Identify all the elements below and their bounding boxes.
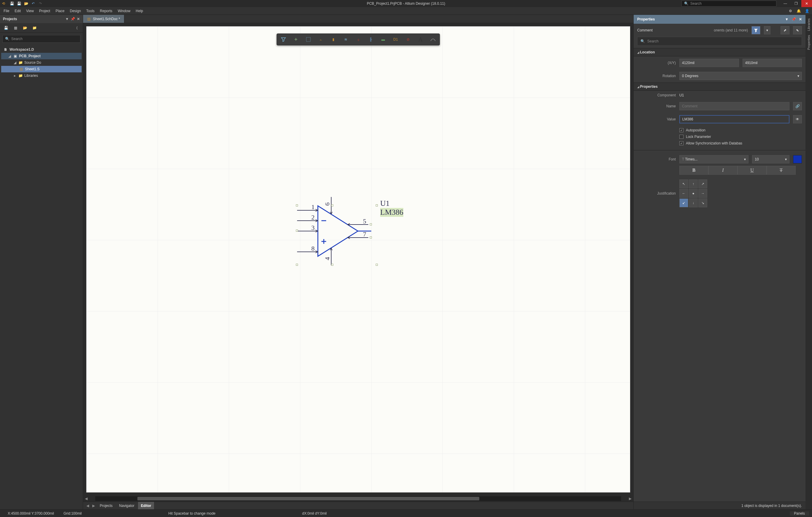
panel-dropdown-icon[interactable]: ▼: [785, 17, 788, 21]
expand-icon[interactable]: ▸: [13, 73, 17, 78]
allow-sync-checkbox[interactable]: ✓Allow Synchronization with Databas: [679, 141, 742, 145]
justify-t[interactable]: ↑: [689, 179, 698, 188]
place-bus-icon[interactable]: ╟: [367, 36, 374, 43]
user-icon[interactable]: 👤: [803, 9, 811, 13]
menu-place[interactable]: Place: [53, 7, 67, 14]
dock-tab-libraries[interactable]: Libraries: [806, 17, 811, 33]
selection-handle[interactable]: [331, 204, 333, 207]
filter-funnel-button[interactable]: [751, 26, 760, 34]
move-icon[interactable]: ✛: [292, 36, 299, 43]
justify-tl[interactable]: ↖: [679, 179, 688, 188]
designator-label[interactable]: U1: [380, 199, 390, 208]
tab-navigator[interactable]: Navigator: [116, 502, 137, 509]
place-directive-icon[interactable]: D1: [392, 36, 399, 43]
expand-icon[interactable]: ◢: [13, 61, 17, 65]
panel-pin-icon[interactable]: 📌: [70, 17, 75, 21]
document-tab[interactable]: ▤ Sheet1.SchDoc *: [83, 15, 124, 23]
font-color-swatch[interactable]: [793, 155, 802, 163]
lock-parameter-checkbox[interactable]: Lock Parameter: [679, 135, 711, 139]
selection-handle[interactable]: [370, 236, 372, 239]
value-input[interactable]: [679, 115, 789, 123]
justify-b[interactable]: ↓: [689, 199, 698, 207]
save-icon[interactable]: 💾: [9, 1, 15, 6]
location-y-input[interactable]: [743, 59, 802, 67]
place-noerc-icon[interactable]: ⊘: [405, 36, 412, 43]
panels-button[interactable]: Panels: [790, 511, 809, 516]
bold-button[interactable]: B: [679, 166, 708, 175]
settings-gear-icon[interactable]: ⚙: [786, 9, 794, 13]
selection-handle[interactable]: [376, 264, 378, 266]
filter-dropdown-button[interactable]: ▾: [764, 26, 771, 34]
tab-editor[interactable]: Editor: [138, 502, 154, 509]
selection-handle[interactable]: [331, 264, 333, 266]
schematic-canvas[interactable]: ✛ ⫠ ▮ ≋ ⏚ ╟ ▬ D1 ⊘ A: [86, 26, 630, 493]
selection-handle[interactable]: [296, 204, 298, 207]
properties-search[interactable]: 🔍 Search: [637, 37, 802, 46]
sheet-node[interactable]: ▤ Sheet1.S: [1, 66, 82, 72]
horizontal-scrollbar[interactable]: ◀ ▶: [83, 496, 633, 501]
selection-handle[interactable]: [296, 230, 298, 232]
save-all-icon[interactable]: 💾: [16, 1, 22, 6]
menu-design[interactable]: Design: [67, 7, 83, 14]
justify-r[interactable]: →: [698, 189, 707, 198]
scrollbar-track[interactable]: [95, 496, 621, 501]
justify-tr[interactable]: ↗: [698, 179, 707, 188]
justify-bl[interactable]: ↙: [679, 199, 688, 207]
menu-project[interactable]: Project: [37, 7, 53, 14]
tb-save-icon[interactable]: 💾: [2, 24, 9, 31]
component-opamp[interactable]: 1 2 3 8 5 7 6 4: [285, 187, 386, 276]
source-documents-node[interactable]: ◢ 📁 Source Do: [1, 59, 82, 66]
notifications-bell-icon[interactable]: 🔔: [795, 9, 803, 13]
place-power-icon[interactable]: ⏚: [355, 36, 362, 43]
italic-button[interactable]: I: [708, 166, 737, 175]
selection-handle[interactable]: [296, 264, 298, 266]
justify-c[interactable]: ●: [689, 189, 698, 198]
scroll-right-icon[interactable]: ▶: [627, 496, 633, 501]
menu-window[interactable]: Window: [115, 7, 133, 14]
libraries-node[interactable]: ▸ 📁 Libraries: [1, 72, 82, 79]
panel-dropdown-icon[interactable]: ▼: [65, 17, 69, 21]
select-rect-icon[interactable]: [305, 36, 312, 43]
section-location[interactable]: Location: [634, 48, 806, 56]
tb-compile-icon[interactable]: ▦: [12, 24, 19, 31]
menu-help[interactable]: Help: [133, 7, 145, 14]
menu-tools[interactable]: Tools: [84, 7, 97, 14]
selection-handle[interactable]: [376, 204, 378, 207]
font-family-select[interactable]: T Times...▾: [679, 155, 749, 163]
justify-l[interactable]: ←: [679, 189, 688, 198]
underline-button[interactable]: U: [737, 166, 766, 175]
name-input[interactable]: [679, 102, 789, 110]
selection-handle[interactable]: [370, 223, 372, 225]
tab-scroll-left-icon[interactable]: ◀: [85, 504, 90, 508]
menu-view[interactable]: View: [24, 7, 36, 14]
font-size-select[interactable]: 10▾: [752, 155, 789, 163]
section-properties[interactable]: Properties: [634, 83, 806, 91]
expand-icon[interactable]: ◢: [8, 54, 11, 58]
select-mode-button[interactable]: ⬉: [793, 26, 802, 34]
location-x-input[interactable]: [679, 59, 739, 67]
minimize-button[interactable]: —: [780, 0, 791, 7]
panel-pin-icon[interactable]: 📌: [791, 17, 796, 21]
justify-br[interactable]: ↘: [698, 199, 707, 207]
open-icon[interactable]: 📂: [23, 1, 29, 6]
panel-close-icon[interactable]: ✕: [799, 17, 802, 21]
tab-projects[interactable]: Projects: [97, 502, 115, 509]
value-visibility-button[interactable]: 👁: [793, 115, 802, 123]
name-link-button[interactable]: 🔗: [793, 102, 802, 110]
strikethrough-button[interactable]: T: [766, 166, 796, 175]
menu-file[interactable]: File: [1, 7, 11, 14]
tb-collapse-icon[interactable]: ⟨: [73, 24, 81, 31]
tb-refresh-icon[interactable]: 📂: [21, 24, 28, 31]
autoposition-checkbox[interactable]: ✓Autoposition: [679, 128, 705, 132]
place-part-icon[interactable]: ▮: [330, 36, 337, 43]
place-arc-icon[interactable]: [430, 36, 437, 43]
undo-icon[interactable]: ↶: [30, 1, 36, 6]
panel-close-icon[interactable]: ✕: [77, 17, 80, 21]
menu-edit[interactable]: Edit: [12, 7, 23, 14]
place-text-icon[interactable]: A: [417, 36, 424, 43]
redo-icon[interactable]: ↷: [37, 1, 43, 6]
scrollbar-thumb[interactable]: [137, 497, 479, 500]
select-connected-button[interactable]: ⬈: [781, 26, 789, 34]
dock-tab-properties[interactable]: Properties: [806, 33, 811, 52]
maximize-button[interactable]: ❐: [791, 0, 801, 7]
